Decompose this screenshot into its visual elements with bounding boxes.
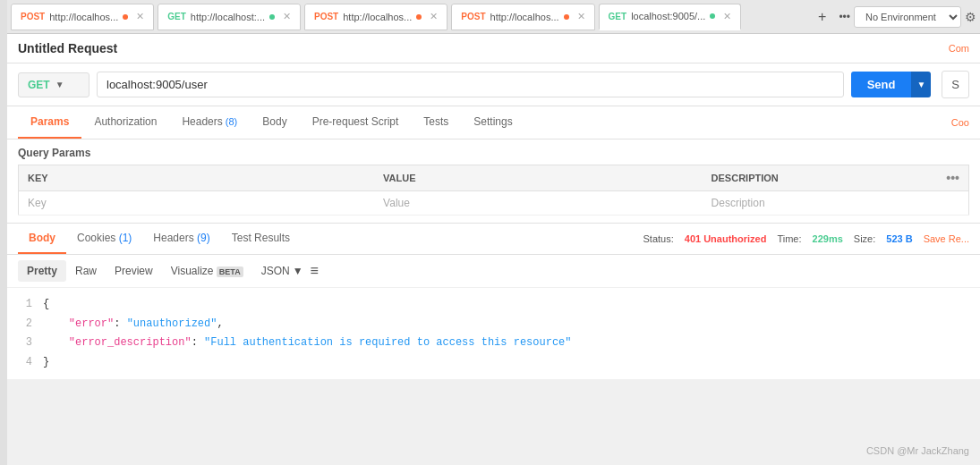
status-value: 401 Unauthorized bbox=[685, 233, 767, 244]
req-tab-headers[interactable]: Headers (8) bbox=[169, 106, 250, 139]
params-table: KEY VALUE DESCRIPTION ••• Key Value Desc… bbox=[18, 165, 969, 216]
req-tab-label: Settings bbox=[473, 115, 512, 128]
resp-tab-body[interactable]: Body bbox=[18, 224, 66, 254]
description-cell[interactable]: Description bbox=[703, 191, 938, 216]
tab-method: GET bbox=[609, 12, 627, 21]
key-column-header: KEY bbox=[19, 165, 375, 191]
time-value: 229ms bbox=[813, 233, 843, 244]
preview-format-button[interactable]: Preview bbox=[106, 260, 162, 282]
resp-tab-test-results[interactable]: Test Results bbox=[221, 224, 301, 254]
tab-close-icon[interactable]: ✕ bbox=[723, 11, 731, 22]
request-tab-1[interactable]: GEThttp://localhost:...✕ bbox=[158, 4, 301, 30]
format-type-chevron-icon: ▼ bbox=[293, 265, 303, 277]
url-bar: GET ▼ Send ▼ S bbox=[7, 63, 980, 106]
resp-tab-badge: (9) bbox=[194, 232, 210, 244]
send-dropdown-button[interactable]: ▼ bbox=[911, 72, 931, 97]
response-tabs: BodyCookies (1)Headers (9)Test Results S… bbox=[7, 223, 980, 255]
req-tab-params[interactable]: Params bbox=[18, 106, 81, 139]
beta-badge: BETA bbox=[217, 266, 243, 277]
line-number: 2 bbox=[18, 315, 32, 334]
code-line-2: 2 "error": "unauthorized", bbox=[18, 315, 969, 334]
request-tabs: ParamsAuthorizationHeaders (8)BodyPre-re… bbox=[7, 106, 980, 140]
format-type-label: JSON bbox=[261, 265, 290, 277]
tab-close-icon[interactable]: ✕ bbox=[283, 11, 291, 22]
line-content: } bbox=[43, 353, 49, 373]
req-tab-pre-request-script[interactable]: Pre-request Script bbox=[300, 106, 412, 139]
wrap-icon[interactable]: ≡ bbox=[311, 263, 319, 279]
visualize-format-button[interactable]: Visualize BETA bbox=[162, 260, 252, 282]
main-wrapper: POSThttp://localhos...✕GEThttp://localho… bbox=[7, 0, 980, 379]
request-tab-4[interactable]: GETlocalhost:9005/...✕ bbox=[599, 4, 742, 30]
tab-dot bbox=[123, 14, 128, 20]
tab-method: POST bbox=[21, 12, 45, 21]
req-tab-authorization[interactable]: Authorization bbox=[81, 106, 169, 139]
code-line-3: 3 "error_description": "Full authenticat… bbox=[18, 334, 969, 353]
req-tabs-container: ParamsAuthorizationHeaders (8)BodyPre-re… bbox=[18, 106, 525, 139]
value-column-header: VALUE bbox=[374, 165, 702, 191]
description-column-header: DESCRIPTION bbox=[703, 165, 938, 191]
request-tab-2[interactable]: POSThttp://localhos...✕ bbox=[304, 4, 447, 30]
tab-url: http://localhos... bbox=[49, 12, 118, 22]
more-tabs-button[interactable]: ••• bbox=[835, 9, 854, 25]
resp-tab-label: Headers bbox=[153, 232, 193, 244]
add-tab-button[interactable]: + bbox=[814, 7, 830, 27]
sidebar-edge bbox=[0, 0, 7, 379]
tab-dot bbox=[269, 14, 275, 20]
request-tab-3[interactable]: POSThttp://localhos...✕ bbox=[451, 4, 594, 30]
line-content: { bbox=[43, 295, 49, 315]
size-label: Size: bbox=[854, 233, 875, 244]
tab-url: http://localhos... bbox=[343, 12, 412, 22]
request-tab-0[interactable]: POSThttp://localhos...✕ bbox=[11, 4, 154, 30]
time-label: Time: bbox=[777, 233, 801, 244]
code-line-1: 1 { bbox=[18, 295, 969, 315]
column-more-icon[interactable]: ••• bbox=[946, 171, 959, 185]
comment-button[interactable]: Com bbox=[949, 43, 969, 54]
tab-close-icon[interactable]: ✕ bbox=[577, 11, 585, 22]
line-content: "error": "unauthorized", bbox=[43, 315, 224, 334]
json-value: "Full authentication is required to acce… bbox=[204, 336, 571, 349]
tab-dot bbox=[564, 14, 569, 20]
req-tab-body[interactable]: Body bbox=[250, 106, 299, 139]
method-select[interactable]: GET ▼ bbox=[18, 72, 89, 97]
env-selector: No Environment ⚙ bbox=[854, 6, 976, 28]
method-chevron-icon: ▼ bbox=[55, 80, 64, 89]
tab-url: http://localhost:... bbox=[191, 12, 265, 22]
resp-tab-cookies[interactable]: Cookies (1) bbox=[66, 224, 142, 254]
req-tab-tests[interactable]: Tests bbox=[411, 106, 461, 139]
environment-dropdown[interactable]: No Environment bbox=[854, 6, 961, 28]
key-cell[interactable]: Key bbox=[19, 191, 375, 216]
line-content: "error_description": "Full authenticatio… bbox=[43, 334, 572, 353]
request-header: Untitled Request Com bbox=[7, 34, 980, 63]
cookies-shortcut[interactable]: Coo bbox=[951, 117, 969, 128]
status-label: Status: bbox=[643, 233, 674, 244]
req-tab-settings[interactable]: Settings bbox=[461, 106, 524, 139]
resp-tab-headers[interactable]: Headers (9) bbox=[142, 224, 220, 254]
tab-dot bbox=[710, 13, 715, 19]
tab-close-icon[interactable]: ✕ bbox=[136, 11, 144, 22]
save-button[interactable]: S bbox=[942, 71, 969, 98]
req-tab-label: Pre-request Script bbox=[312, 115, 399, 128]
resp-tabs-container: BodyCookies (1)Headers (9)Test Results bbox=[18, 224, 301, 254]
size-value: 523 B bbox=[886, 233, 912, 244]
tab-method: GET bbox=[167, 12, 186, 21]
value-cell[interactable]: Value bbox=[374, 191, 702, 216]
save-response-button[interactable]: Save Re... bbox=[924, 233, 969, 244]
raw-format-button[interactable]: Raw bbox=[66, 260, 106, 282]
row-actions-cell bbox=[937, 191, 968, 216]
response-body-toolbar: Pretty Raw Preview Visualize BETA JSON ▼… bbox=[7, 255, 980, 288]
tabs-container: POSThttp://localhos...✕GEThttp://localho… bbox=[11, 4, 811, 30]
json-key: "error_description" bbox=[69, 336, 192, 349]
env-settings-button[interactable]: ⚙ bbox=[965, 10, 976, 24]
tabs-bar: POSThttp://localhos...✕GEThttp://localho… bbox=[7, 0, 980, 34]
tab-close-icon[interactable]: ✕ bbox=[430, 11, 438, 22]
line-number: 1 bbox=[18, 295, 32, 315]
send-button[interactable]: Send bbox=[851, 72, 912, 97]
tab-dot bbox=[416, 14, 422, 20]
req-tab-badge: (8) bbox=[223, 116, 238, 127]
pretty-format-button[interactable]: Pretty bbox=[18, 260, 66, 282]
line-number: 4 bbox=[18, 353, 32, 373]
resp-tab-label: Cookies bbox=[77, 232, 115, 244]
url-input[interactable] bbox=[97, 72, 844, 97]
format-type-select[interactable]: JSON ▼ bbox=[261, 265, 303, 277]
tab-url: localhost:9005/... bbox=[631, 11, 705, 21]
